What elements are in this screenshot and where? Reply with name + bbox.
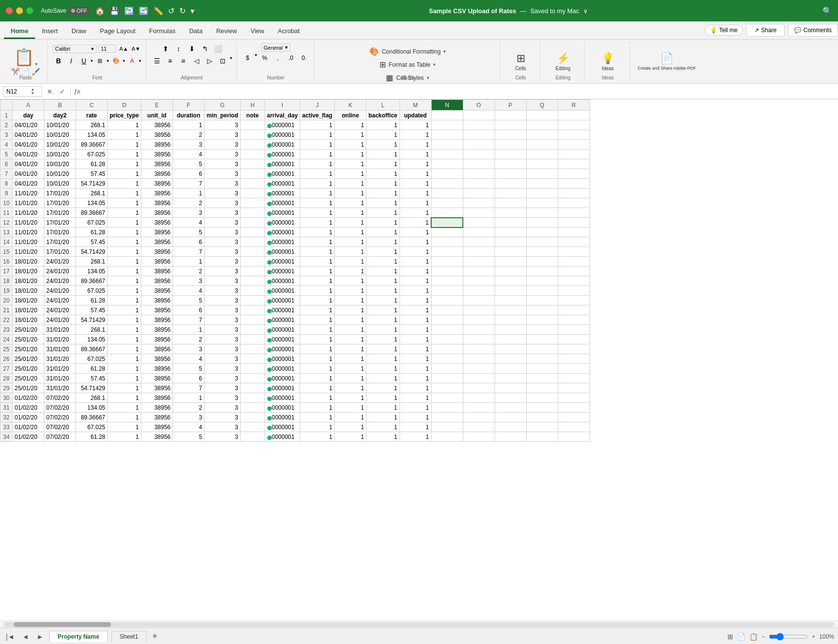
cell-5D[interactable]: 1 bbox=[108, 150, 141, 159]
cell-26B[interactable]: 31/01/20 bbox=[44, 354, 76, 364]
cell-16K[interactable]: 1 bbox=[335, 257, 366, 266]
cell-7M[interactable]: 1 bbox=[400, 169, 431, 179]
cell-16R[interactable] bbox=[558, 257, 590, 266]
cell-21R[interactable] bbox=[558, 305, 590, 315]
more-icon[interactable]: ▾ bbox=[190, 6, 194, 16]
decrease-decimal-btn[interactable]: 0. bbox=[298, 53, 310, 63]
cell-34J[interactable]: 1 bbox=[300, 432, 335, 442]
cell-12M[interactable]: 1 bbox=[400, 218, 431, 227]
cell-13K[interactable]: 1 bbox=[335, 227, 366, 237]
number-format-dropdown[interactable]: General ▾ bbox=[261, 43, 290, 52]
cell-20H[interactable] bbox=[240, 296, 265, 305]
cell-20C[interactable]: 61.28 bbox=[76, 296, 108, 305]
cell-34N[interactable] bbox=[431, 432, 463, 442]
align-bottom-btn[interactable]: ⬇ bbox=[186, 43, 198, 54]
cell-4J[interactable]: 1 bbox=[300, 140, 335, 150]
cell-28Q[interactable] bbox=[526, 374, 558, 383]
percent-btn[interactable]: % bbox=[259, 53, 270, 63]
cell-21E[interactable]: 38956 bbox=[141, 305, 173, 315]
cell-9J[interactable]: 1 bbox=[300, 189, 335, 198]
cell-32H[interactable] bbox=[240, 413, 265, 422]
cell-26K[interactable]: 1 bbox=[335, 354, 366, 364]
italic-button[interactable]: I bbox=[65, 56, 77, 66]
cell-6A[interactable]: 04/01/20 bbox=[13, 159, 44, 169]
cell-16C[interactable]: 268.1 bbox=[76, 257, 108, 266]
cell-15L[interactable]: 1 bbox=[366, 247, 400, 257]
cell-5G[interactable]: 3 bbox=[205, 150, 241, 159]
cell-19I[interactable]: ⬤0000001 bbox=[265, 286, 300, 296]
cell-5N[interactable] bbox=[431, 150, 463, 159]
cell-30G[interactable]: 3 bbox=[205, 393, 241, 403]
cell-30N[interactable] bbox=[431, 393, 463, 403]
cell-2M[interactable]: 1 bbox=[400, 120, 431, 130]
cell-15O[interactable] bbox=[463, 247, 495, 257]
cell-29N[interactable] bbox=[431, 383, 463, 393]
cell-9H[interactable] bbox=[240, 189, 265, 198]
cell-20R[interactable] bbox=[558, 296, 590, 305]
cell-23N[interactable] bbox=[431, 325, 463, 335]
cell-31K[interactable]: 1 bbox=[335, 403, 366, 413]
cell-1A[interactable]: day bbox=[13, 111, 44, 120]
cell-21C[interactable]: 57.45 bbox=[76, 305, 108, 315]
cell-1I[interactable]: arrival_day bbox=[265, 111, 300, 120]
cell-16E[interactable]: 38956 bbox=[141, 257, 173, 266]
cell-17M[interactable]: 1 bbox=[400, 266, 431, 276]
cell-21B[interactable]: 24/01/20 bbox=[44, 305, 76, 315]
cell-34B[interactable]: 07/02/20 bbox=[44, 432, 76, 442]
cell-14H[interactable] bbox=[240, 237, 265, 247]
undo-icon2[interactable]: ↩️ bbox=[124, 6, 134, 16]
col-header-R[interactable]: R bbox=[558, 100, 590, 111]
cell-22O[interactable] bbox=[463, 315, 495, 325]
cell-14Q[interactable] bbox=[526, 237, 558, 247]
cell-24C[interactable]: 134.05 bbox=[76, 335, 108, 344]
cell-11F[interactable]: 3 bbox=[173, 208, 205, 218]
tab-review[interactable]: Review bbox=[210, 24, 244, 39]
font-size-dropdown[interactable]: 11 bbox=[98, 45, 116, 53]
col-header-E[interactable]: E bbox=[141, 100, 173, 111]
tab-insert[interactable]: Insert bbox=[35, 24, 65, 39]
col-header-O[interactable]: O bbox=[463, 100, 495, 111]
cell-8D[interactable]: 1 bbox=[108, 179, 141, 189]
cell-25D[interactable]: 1 bbox=[108, 344, 141, 354]
cell-33F[interactable]: 4 bbox=[173, 422, 205, 432]
cell-12O[interactable] bbox=[463, 218, 495, 227]
cell-14A[interactable]: 11/01/20 bbox=[13, 237, 44, 247]
cell-18I[interactable]: ⬤0000001 bbox=[265, 276, 300, 286]
cell-21D[interactable]: 1 bbox=[108, 305, 141, 315]
cell-12B[interactable]: 17/01/20 bbox=[44, 218, 76, 227]
cell-27F[interactable]: 5 bbox=[173, 364, 205, 374]
cell-11O[interactable] bbox=[463, 208, 495, 218]
cell-2O[interactable] bbox=[463, 120, 495, 130]
increase-decimal-btn[interactable]: .0 bbox=[285, 53, 297, 63]
align-top-btn[interactable]: ⬆ bbox=[160, 43, 171, 54]
cell-4G[interactable]: 3 bbox=[205, 140, 241, 150]
cell-25R[interactable] bbox=[558, 344, 590, 354]
cell-4L[interactable]: 1 bbox=[366, 140, 400, 150]
cell-17I[interactable]: ⬤0000001 bbox=[265, 266, 300, 276]
cell-18Q[interactable] bbox=[526, 276, 558, 286]
cell-28A[interactable]: 25/01/20 bbox=[13, 374, 44, 383]
font-increase-btn[interactable]: A▲ bbox=[118, 43, 130, 54]
cell-29Q[interactable] bbox=[526, 383, 558, 393]
quick-access-icon[interactable]: ✏️ bbox=[153, 6, 163, 16]
cell-3B[interactable]: 10/01/20 bbox=[44, 130, 76, 140]
tab-data[interactable]: Data bbox=[182, 24, 209, 39]
cell-22C[interactable]: 54.71429 bbox=[76, 315, 108, 325]
cell-9A[interactable]: 11/01/20 bbox=[13, 189, 44, 198]
cell-27R[interactable] bbox=[558, 364, 590, 374]
cell-5H[interactable] bbox=[240, 150, 265, 159]
conditional-formatting-btn[interactable]: 🎨 Conditional Formatting ▾ bbox=[365, 45, 450, 57]
cell-20I[interactable]: ⬤0000001 bbox=[265, 296, 300, 305]
cell-31N[interactable] bbox=[431, 403, 463, 413]
cell-8R[interactable] bbox=[558, 179, 590, 189]
cell-10K[interactable]: 1 bbox=[335, 198, 366, 208]
cell-26J[interactable]: 1 bbox=[300, 354, 335, 364]
bold-button[interactable]: B bbox=[53, 56, 64, 66]
cell-13L[interactable]: 1 bbox=[366, 227, 400, 237]
cell-33O[interactable] bbox=[463, 422, 495, 432]
cell-7H[interactable] bbox=[240, 169, 265, 179]
cell-20K[interactable]: 1 bbox=[335, 296, 366, 305]
cell-28H[interactable] bbox=[240, 374, 265, 383]
col-header-L[interactable]: L bbox=[366, 100, 400, 111]
cell-9E[interactable]: 38956 bbox=[141, 189, 173, 198]
